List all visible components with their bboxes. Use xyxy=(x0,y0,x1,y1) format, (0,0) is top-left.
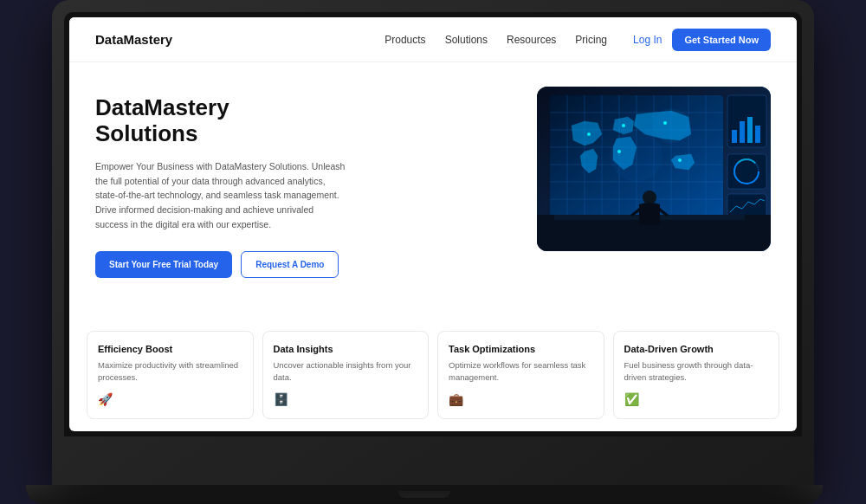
svg-point-32 xyxy=(587,132,591,136)
feature-title-2: Task Optimizations xyxy=(449,344,593,354)
navbar: DataMastery Products Solutions Resources… xyxy=(69,17,797,62)
nav-resources[interactable]: Resources xyxy=(507,34,556,46)
nav-pricing[interactable]: Pricing xyxy=(575,34,607,46)
feature-card-2: Task Optimizations Optimize workflows fo… xyxy=(437,331,604,420)
svg-rect-19 xyxy=(740,121,745,143)
request-demo-button[interactable]: Request A Demo xyxy=(241,251,339,278)
svg-rect-21 xyxy=(755,126,760,143)
laptop-wrapper: DataMastery Products Solutions Resources… xyxy=(43,0,823,504)
feature-card-1: Data Insights Uncover actionable insight… xyxy=(262,331,430,420)
hero-left: DataMastery Solutions Empower Your Busin… xyxy=(95,87,511,278)
hero-section: DataMastery Solutions Empower Your Busin… xyxy=(69,62,797,322)
svg-point-34 xyxy=(663,121,667,125)
task-icon: 💼 xyxy=(449,392,593,406)
feature-card-0: Efficiency Boost Maximize productivity w… xyxy=(87,331,254,420)
feature-desc-3: Fuel business growth through data-driven… xyxy=(624,359,769,384)
svg-point-35 xyxy=(678,158,682,162)
svg-point-31 xyxy=(654,108,688,143)
feature-title-1: Data Insights xyxy=(274,344,418,354)
nav-solutions[interactable]: Solutions xyxy=(445,34,488,46)
feature-desc-2: Optimize workflows for seamless task man… xyxy=(449,359,593,384)
svg-rect-18 xyxy=(732,130,737,143)
svg-rect-26 xyxy=(727,194,766,216)
laptop-notch xyxy=(398,491,450,498)
svg-point-30 xyxy=(611,130,662,182)
feature-title-0: Efficiency Boost xyxy=(98,344,242,354)
nav-products[interactable]: Products xyxy=(385,34,425,46)
feature-desc-0: Maximize productivity with streamlined p… xyxy=(98,359,242,384)
login-link[interactable]: Log In xyxy=(633,34,662,46)
database-icon: 🗄️ xyxy=(274,392,418,406)
svg-point-29 xyxy=(643,191,656,204)
get-started-button[interactable]: Get Started Now xyxy=(672,29,771,51)
screen-bezel: DataMastery Products Solutions Resources… xyxy=(64,12,802,436)
laptop-body: DataMastery Products Solutions Resources… xyxy=(52,0,814,485)
hero-illustration xyxy=(537,87,771,251)
chart-icon: ✅ xyxy=(624,392,769,406)
hero-description: Empower Your Business with DataMastery S… xyxy=(95,159,346,232)
laptop-screen: DataMastery Products Solutions Resources… xyxy=(69,17,797,431)
svg-point-36 xyxy=(617,150,621,153)
laptop-base xyxy=(26,485,823,504)
hero-image xyxy=(537,87,771,251)
features-section: Efficiency Boost Maximize productivity w… xyxy=(69,322,797,432)
svg-rect-20 xyxy=(747,117,753,143)
free-trial-button[interactable]: Start Your Free Trial Today xyxy=(95,251,232,278)
svg-point-33 xyxy=(622,124,625,127)
brand-logo: DataMastery xyxy=(95,32,172,47)
hero-buttons: Start Your Free Trial Today Request A De… xyxy=(95,251,511,278)
nav-links: Products Solutions Resources Pricing xyxy=(385,34,607,46)
feature-title-3: Data-Driven Growth xyxy=(624,344,769,354)
rocket-icon: 🚀 xyxy=(98,392,242,406)
hero-title: DataMastery Solutions xyxy=(95,95,511,147)
feature-desc-1: Uncover actionable insights from your da… xyxy=(274,359,418,384)
feature-card-3: Data-Driven Growth Fuel business growth … xyxy=(613,331,780,420)
